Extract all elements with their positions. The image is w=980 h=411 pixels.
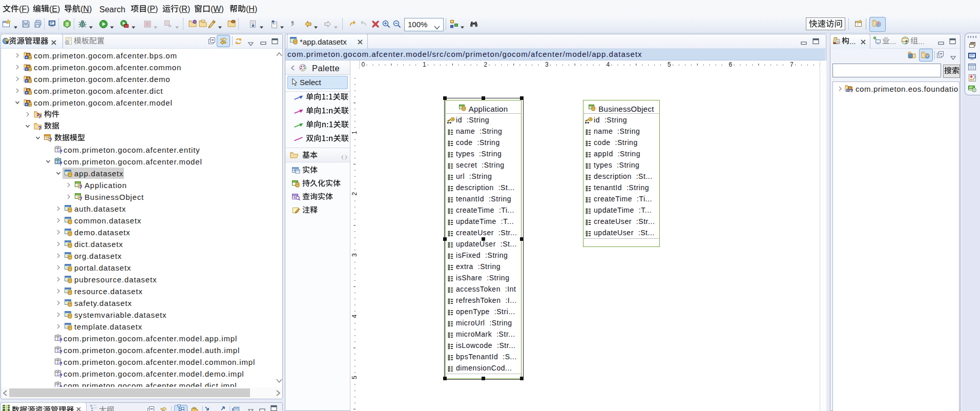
svg-text:?: ? [59, 161, 62, 166]
svg-text:0: 0 [362, 61, 365, 68]
svg-text:1: 1 [351, 131, 358, 134]
svg-text:3: 3 [545, 61, 549, 68]
svg-text:1: 1 [423, 61, 426, 68]
svg-text:5: 5 [668, 61, 671, 68]
svg-text:?: ? [59, 373, 62, 378]
svg-text:?: ? [49, 137, 52, 141]
svg-text:2: 2 [484, 61, 488, 68]
svg-text:5: 5 [351, 376, 358, 379]
svg-text:7: 7 [790, 61, 794, 68]
svg-text:?: ? [59, 350, 62, 354]
svg-text:?: ? [59, 149, 62, 154]
svg-text:?: ? [79, 184, 82, 189]
svg-text:4: 4 [607, 61, 610, 68]
svg-text:3: 3 [351, 253, 358, 257]
svg-text:4: 4 [351, 315, 358, 318]
svg-text:?: ? [59, 361, 62, 366]
svg-text:?: ? [38, 125, 41, 130]
svg-text:?: ? [38, 113, 41, 118]
svg-text:?: ? [59, 338, 62, 342]
svg-text:?: ? [850, 88, 853, 93]
svg-text:?: ? [79, 196, 82, 201]
svg-text:2: 2 [351, 192, 358, 196]
svg-text:6: 6 [729, 61, 733, 68]
svg-text:?: ? [59, 385, 62, 387]
